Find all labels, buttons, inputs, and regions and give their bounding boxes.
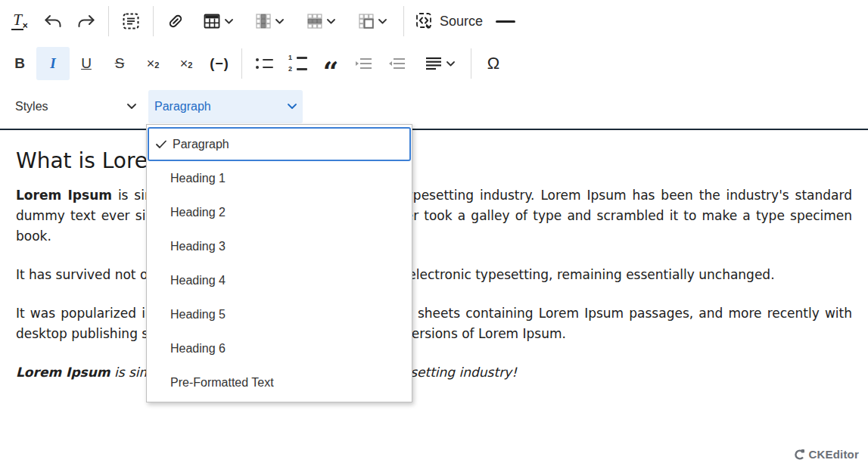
link-icon	[167, 13, 184, 30]
dropdown-item-paragraph[interactable]: Paragraph	[148, 127, 411, 161]
content-paragraph: It has survived not only five centuries,…	[16, 265, 852, 285]
styles-dropdown-label: Styles	[15, 100, 48, 113]
superscript-button[interactable]: ×2	[170, 47, 203, 80]
paragraph-format-dropdown-panel: Paragraph Heading 1 Heading 2 Heading 3 …	[146, 124, 412, 402]
redo-button[interactable]	[70, 5, 103, 38]
superscript-icon: ×2	[180, 56, 193, 72]
superscript-base: ×	[180, 56, 188, 72]
underline-button[interactable]: U	[70, 47, 103, 80]
toolbar-row-1: T ×	[0, 0, 868, 42]
underline-icon: U	[81, 55, 92, 72]
table-column-button[interactable]	[244, 5, 295, 38]
toolbar-separator	[108, 6, 109, 36]
omega-icon: Ω	[487, 55, 499, 72]
block-quote-button[interactable]: “	[314, 47, 347, 80]
chevron-down-icon	[327, 19, 335, 24]
horizontal-line-button[interactable]	[489, 5, 522, 38]
content-paragraph: It was popularized in the 1960s with the…	[16, 303, 852, 344]
dropdown-item-label: Heading 1	[170, 172, 226, 185]
special-characters-button[interactable]: Ω	[477, 47, 510, 80]
subscript-mark: 2	[154, 61, 159, 70]
indent-icon	[355, 57, 373, 70]
editor-content-area[interactable]: What is Lorem Ipsum? Lorem Ipsum is simp…	[0, 129, 868, 466]
source-editing-button[interactable]: Source	[409, 5, 489, 38]
chevron-down-icon	[225, 19, 233, 24]
remove-format-t: T	[11, 12, 23, 30]
outdent-icon	[388, 57, 406, 70]
dropdown-item-label: Paragraph	[173, 138, 229, 151]
bold-icon: B	[14, 55, 25, 72]
text-alignment-button[interactable]	[414, 47, 465, 80]
special-minus-button[interactable]: (−)	[203, 47, 236, 80]
outdent-button[interactable]	[381, 47, 414, 80]
indent-button[interactable]	[347, 47, 381, 80]
merge-cells-button[interactable]	[347, 5, 398, 38]
chevron-down-icon	[446, 61, 455, 67]
select-all-icon	[123, 13, 139, 30]
ckeditor-wordmark: CKEditor	[808, 448, 859, 461]
check-icon	[156, 140, 166, 148]
align-left-icon	[425, 57, 442, 70]
ckeditor-logo-icon	[793, 449, 805, 461]
bulleted-list-icon	[256, 58, 273, 69]
paragraph-text: is simply dummy text of the printing and…	[16, 188, 852, 244]
paragraph-bold-lead: Lorem Ipsum	[16, 365, 110, 380]
dropdown-item-heading-2[interactable]: Heading 2	[147, 195, 412, 229]
ckeditor-branding[interactable]: CKEditor	[793, 448, 859, 461]
toolbar-separator	[403, 6, 404, 36]
undo-button[interactable]	[36, 5, 70, 38]
dropdown-item-label: Pre-Formatted Text	[170, 376, 274, 390]
bold-button[interactable]: B	[3, 47, 36, 80]
link-button[interactable]	[159, 5, 192, 38]
undo-icon	[44, 14, 62, 28]
dropdown-item-label: Heading 3	[170, 240, 226, 253]
content-paragraph: Lorem Ipsum is simply dummy text of the …	[16, 185, 852, 247]
insert-table-icon	[204, 14, 220, 29]
dropdown-item-heading-6[interactable]: Heading 6	[147, 331, 412, 365]
chevron-down-icon	[378, 19, 387, 24]
table-row-button[interactable]	[295, 5, 347, 38]
toolbar-separator	[241, 48, 242, 79]
dropdown-item-preformatted-text[interactable]: Pre-Formatted Text	[147, 365, 412, 399]
select-all-button[interactable]	[114, 5, 148, 38]
content-title: What is Lorem Ipsum?	[16, 148, 852, 173]
strikethrough-icon: S	[115, 55, 125, 72]
paragraph-format-dropdown-button[interactable]: Paragraph	[148, 90, 303, 123]
italic-icon: I	[50, 55, 55, 72]
numbered-list-button[interactable]: 1 2	[281, 47, 314, 80]
dropdown-item-heading-3[interactable]: Heading 3	[147, 229, 412, 263]
table-row-icon	[307, 14, 322, 29]
remove-format-button[interactable]: T ×	[3, 5, 36, 38]
dropdown-item-label: Heading 6	[170, 342, 226, 356]
dropdown-item-heading-4[interactable]: Heading 4	[147, 263, 412, 297]
styles-dropdown-button[interactable]: Styles	[9, 90, 142, 123]
source-code-icon	[415, 12, 434, 30]
minus-in-parentheses-icon: (−)	[210, 56, 229, 72]
italic-button[interactable]: I	[36, 47, 70, 80]
dropdown-item-heading-1[interactable]: Heading 1	[147, 161, 412, 195]
remove-format-icon: T ×	[11, 12, 28, 30]
dropdown-item-label: Heading 2	[170, 206, 226, 219]
bulleted-list-button[interactable]	[247, 47, 281, 80]
content-paragraph: Lorem Ipsum is simply dummy text of the …	[16, 362, 852, 383]
numbered-list-icon: 1 2	[288, 54, 307, 73]
redo-icon	[77, 14, 95, 28]
paragraph-format-label: Paragraph	[154, 100, 211, 113]
remove-format-x: ×	[23, 21, 28, 30]
numbered-list-two: 2	[288, 66, 293, 73]
subscript-base: ×	[147, 56, 155, 72]
horizontal-line-icon	[496, 20, 515, 23]
toolbar-row-3: Styles Paragraph	[0, 85, 868, 129]
strikethrough-button[interactable]: S	[103, 47, 136, 80]
table-column-icon	[256, 14, 271, 29]
insert-table-button[interactable]	[192, 5, 244, 38]
ckeditor-app: T ×	[0, 0, 868, 466]
toolbar-separator	[153, 6, 154, 36]
subscript-button[interactable]: ×2	[136, 47, 170, 80]
numbered-list-one: 1	[288, 54, 293, 61]
chevron-down-icon	[288, 104, 297, 110]
toolbar-separator	[471, 48, 471, 79]
paragraph-text: It was popularized in the 1960s with the…	[16, 306, 852, 341]
dropdown-item-heading-5[interactable]: Heading 5	[147, 297, 412, 331]
dropdown-item-label: Heading 4	[170, 274, 226, 287]
